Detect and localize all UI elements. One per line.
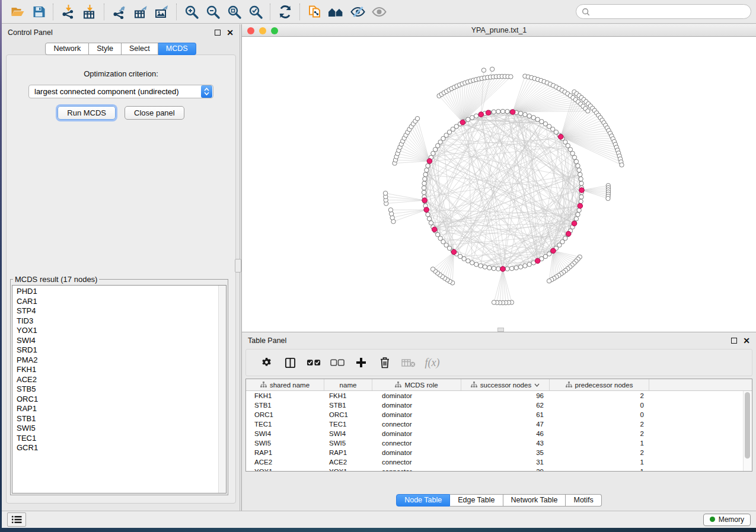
mcds-result-item[interactable]: PMA2 — [17, 355, 218, 366]
zoom-fit-button[interactable] — [224, 2, 245, 21]
export-network-button[interactable] — [109, 2, 130, 21]
mcds-result-item[interactable]: STB5 — [17, 384, 218, 395]
zoom-selected-button[interactable] — [245, 2, 266, 21]
column-type-icon — [566, 382, 572, 388]
select-all-button[interactable] — [302, 352, 326, 373]
export-table-button[interactable] — [130, 2, 151, 21]
memory-status-icon — [710, 517, 715, 522]
network-view[interactable] — [242, 37, 756, 332]
mcds-result-item[interactable]: ORC1 — [17, 395, 218, 405]
table-scrollbar[interactable] — [743, 391, 752, 471]
create-column-button[interactable] — [349, 352, 373, 373]
refresh-view-button[interactable] — [275, 2, 296, 21]
table-row[interactable]: SWI4SWI4dominator462 — [246, 429, 752, 438]
table-row[interactable]: TEC1TEC1connector472 — [246, 419, 752, 429]
column-header-name[interactable]: name — [324, 379, 372, 390]
table-cell: 62 — [461, 402, 550, 409]
column-header-successor-nodes[interactable]: successor nodes — [461, 379, 550, 390]
tab-mcds[interactable]: MCDS — [158, 43, 196, 55]
table-cell: 47 — [461, 421, 550, 428]
column-header-shared-name[interactable]: shared name — [246, 379, 324, 390]
tab-style[interactable]: Style — [89, 43, 122, 55]
mcds-result-item[interactable]: SWI5 — [17, 424, 218, 434]
table-cell: YOX1 — [246, 468, 324, 472]
mcds-result-item[interactable]: STP4 — [17, 306, 218, 316]
toolbar-separator — [53, 4, 54, 20]
table-row[interactable]: ACE2ACE2connector311 — [246, 457, 752, 467]
export-image-button[interactable] — [151, 2, 173, 21]
horizontal-splitter-grip[interactable] — [497, 328, 504, 332]
houses-icon — [327, 5, 345, 19]
network-list-button[interactable] — [7, 512, 26, 527]
vertical-splitter-grip[interactable] — [235, 259, 241, 273]
import-table-button[interactable] — [79, 2, 100, 21]
unchecked-boxes-icon — [330, 359, 345, 366]
mcds-result-item[interactable]: ACE2 — [17, 375, 218, 385]
close-table-panel-icon[interactable]: ✕ — [743, 338, 750, 344]
table-settings-button[interactable] — [254, 352, 278, 373]
close-panel-button[interactable]: Close panel — [125, 106, 184, 120]
mcds-result-item[interactable]: TID3 — [17, 316, 218, 326]
table-cell: connector — [372, 468, 461, 472]
clone-network-button[interactable] — [304, 2, 326, 21]
tab-edge-table[interactable]: Edge Table — [450, 494, 503, 507]
run-mcds-button[interactable]: Run MCDS — [58, 106, 116, 120]
first-neighbors-button[interactable] — [326, 2, 347, 21]
zoom-in-icon — [184, 4, 199, 20]
column-header-predecessor-nodes[interactable]: predecessor nodes — [550, 379, 649, 390]
mcds-result-item[interactable]: SRD1 — [17, 345, 218, 355]
open-session-button[interactable] — [7, 2, 28, 21]
tab-network[interactable]: Network — [45, 43, 89, 55]
table-scrollbar-thumb[interactable] — [745, 392, 750, 459]
tab-node-table[interactable]: Node Table — [396, 494, 450, 507]
mcds-result-item[interactable]: SWI4 — [17, 336, 218, 346]
delete-table-button[interactable] — [397, 352, 420, 373]
mcds-result-item[interactable]: GCR1 — [17, 443, 218, 453]
import-network-button[interactable] — [58, 2, 79, 21]
mcds-list-scrollbar[interactable] — [218, 286, 226, 493]
mcds-result-item[interactable]: RAP1 — [17, 404, 218, 414]
table-cell: STB1 — [324, 402, 372, 409]
table-cell: RAP1 — [324, 449, 372, 456]
save-session-button[interactable] — [28, 2, 49, 21]
float-panel-icon[interactable] — [215, 30, 221, 36]
show-hide-columns-button[interactable] — [278, 352, 302, 373]
mcds-result-item[interactable]: CAR1 — [17, 297, 218, 307]
search-box[interactable] — [576, 4, 751, 19]
table-cell: ORC1 — [324, 411, 372, 418]
table-row[interactable]: RAP1RAP1dominator352 — [246, 448, 752, 457]
mcds-result-item[interactable]: FKH1 — [17, 365, 218, 375]
table-row[interactable]: ORC1ORC1dominator610 — [246, 410, 752, 419]
mcds-result-item[interactable]: STB1 — [17, 414, 218, 424]
table-row[interactable]: STB1STB1dominator620 — [246, 400, 752, 410]
table-row[interactable]: YOX1YOX1connector291 — [246, 467, 752, 472]
hide-selected-button[interactable] — [347, 2, 368, 21]
function-builder-button[interactable]: f(x) — [420, 352, 444, 373]
search-input[interactable] — [594, 7, 745, 17]
mcds-result-item[interactable]: PHD1 — [17, 287, 218, 297]
zoom-out-button[interactable] — [202, 2, 224, 21]
show-all-button[interactable] — [368, 2, 390, 21]
criterion-select[interactable]: largest connected component (undirected) — [28, 85, 213, 98]
table-cell: 96 — [461, 392, 550, 399]
deselect-all-button[interactable] — [326, 352, 349, 373]
table-cell: TEC1 — [324, 421, 372, 428]
table-cell: 2 — [550, 421, 649, 428]
import-table-icon — [82, 4, 98, 20]
tab-network-table[interactable]: Network Table — [503, 494, 566, 507]
tab-motifs[interactable]: Motifs — [566, 494, 601, 507]
memory-button[interactable]: Memory — [703, 514, 751, 526]
mcds-result-item[interactable]: TEC1 — [17, 434, 218, 444]
delete-column-button[interactable] — [373, 352, 397, 373]
close-panel-icon[interactable]: ✕ — [227, 30, 234, 36]
table-row[interactable]: FKH1FKH1dominator962 — [246, 391, 752, 400]
column-header-MCDS-role[interactable]: MCDS role — [372, 379, 461, 390]
table-tabs: Node TableEdge TableNetwork TableMotifs — [242, 494, 756, 507]
mcds-result-item[interactable]: YOX1 — [17, 326, 218, 336]
table-row[interactable]: SWI5SWI5connector431 — [246, 438, 752, 448]
columns-icon — [285, 357, 296, 368]
network-window-titlebar[interactable]: YPA_prune.txt_1 — [242, 24, 756, 37]
tab-select[interactable]: Select — [122, 43, 158, 55]
zoom-in-button[interactable] — [181, 2, 202, 21]
float-table-panel-icon[interactable] — [731, 338, 737, 344]
